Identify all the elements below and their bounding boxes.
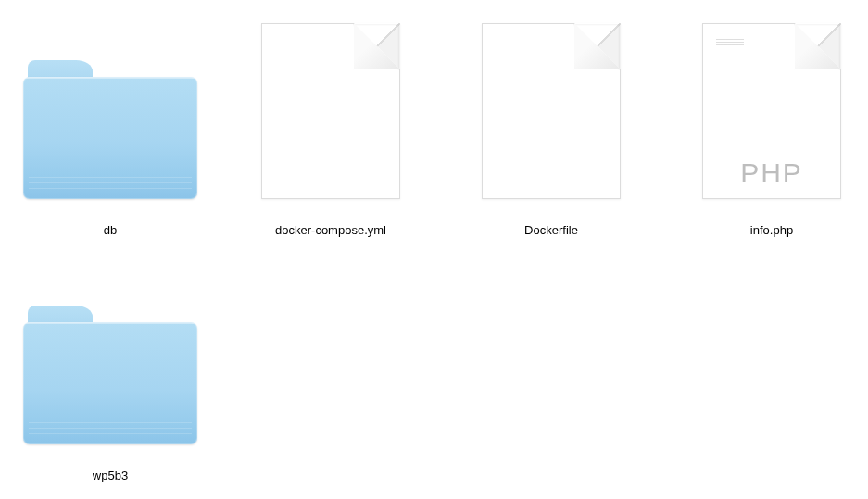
item-wp5b3[interactable]: wp5b3	[0, 256, 220, 499]
file-type-tag: PHP	[703, 157, 840, 189]
item-db[interactable]: db	[0, 11, 220, 256]
item-label: docker-compose.yml	[275, 223, 386, 237]
file-icon	[463, 19, 639, 199]
folder-icon	[22, 19, 198, 199]
finder-icon-grid: db docker-compose.yml Dockerfile PHP inf…	[0, 0, 868, 499]
file-icon	[243, 19, 419, 199]
item-label: Dockerfile	[524, 223, 578, 237]
item-label: wp5b3	[93, 468, 128, 482]
item-dockerfile[interactable]: Dockerfile	[441, 11, 661, 256]
item-docker-compose[interactable]: docker-compose.yml	[220, 11, 441, 256]
item-label: db	[104, 223, 117, 237]
folder-icon	[22, 264, 198, 444]
item-info-php[interactable]: PHP info.php	[661, 11, 868, 256]
file-icon: PHP	[684, 19, 860, 199]
item-label: info.php	[750, 223, 793, 237]
